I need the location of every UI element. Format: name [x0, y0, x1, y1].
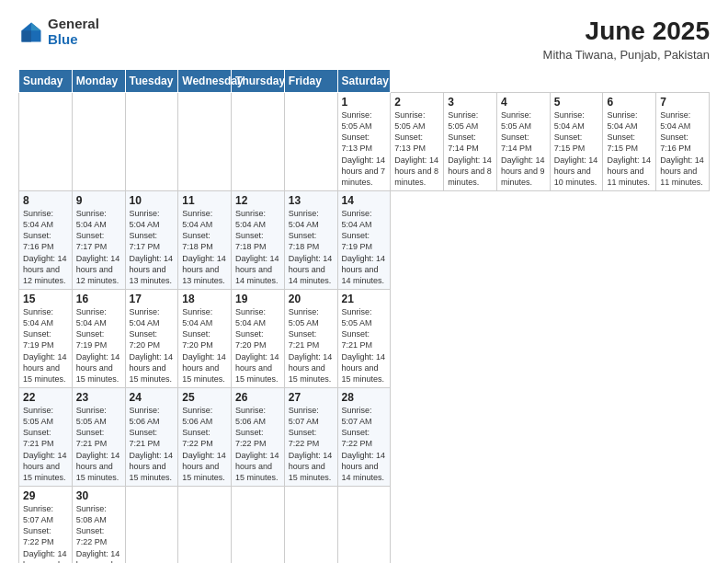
table-row: 23 Sunrise: 5:05 AMSunset: 7:21 PMDaylig… — [72, 387, 125, 486]
calendar-week-row: 8 Sunrise: 5:04 AMSunset: 7:16 PMDayligh… — [19, 190, 710, 289]
day-number: 20 — [289, 293, 334, 305]
location: Mitha Tiwana, Punjab, Pakistan — [543, 48, 710, 62]
table-row — [232, 93, 285, 191]
table-row: 3 Sunrise: 5:05 AMSunset: 7:14 PMDayligh… — [444, 93, 497, 191]
table-row: 21 Sunrise: 5:05 AMSunset: 7:21 PMDaylig… — [337, 289, 391, 387]
col-monday: Monday — [72, 70, 125, 93]
day-number: 11 — [182, 194, 227, 207]
day-number: 17 — [130, 293, 175, 305]
table-row: 26 Sunrise: 5:06 AMSunset: 7:22 PMDaylig… — [232, 387, 285, 486]
table-row — [284, 93, 337, 191]
table-row: 30 Sunrise: 5:08 AMSunset: 7:22 PMDaylig… — [72, 486, 125, 563]
table-row: 18 Sunrise: 5:04 AMSunset: 7:20 PMDaylig… — [178, 289, 232, 387]
table-row: 17 Sunrise: 5:04 AMSunset: 7:20 PMDaylig… — [125, 289, 178, 387]
table-row — [19, 93, 73, 191]
col-wednesday: Wednesday — [178, 70, 232, 93]
table-row: 11 Sunrise: 5:04 AMSunset: 7:18 PMDaylig… — [178, 190, 232, 289]
day-info: Sunrise: 5:05 AMSunset: 7:13 PMDaylight:… — [394, 110, 438, 187]
day-info: Sunrise: 5:04 AMSunset: 7:18 PMDaylight:… — [182, 209, 226, 285]
logo-blue-text: Blue — [48, 32, 99, 48]
header: General Blue June 2025 Mitha Tiwana, Pun… — [18, 17, 710, 62]
table-row — [125, 486, 178, 563]
col-saturday: Saturday — [337, 70, 391, 93]
table-row: 22 Sunrise: 5:05 AMSunset: 7:21 PMDaylig… — [19, 387, 73, 486]
table-row: 8 Sunrise: 5:04 AMSunset: 7:16 PMDayligh… — [19, 190, 73, 289]
calendar-week-row: 1 Sunrise: 5:05 AMSunset: 7:13 PMDayligh… — [19, 93, 710, 191]
day-number: 3 — [448, 96, 493, 109]
day-info: Sunrise: 5:04 AMSunset: 7:16 PMDaylight:… — [23, 209, 67, 285]
day-number: 4 — [501, 96, 546, 109]
table-row — [232, 486, 285, 563]
table-row — [284, 486, 337, 563]
day-info: Sunrise: 5:06 AMSunset: 7:22 PMDaylight:… — [235, 406, 279, 482]
day-number: 2 — [394, 96, 439, 109]
day-info: Sunrise: 5:04 AMSunset: 7:20 PMDaylight:… — [182, 307, 226, 384]
col-tuesday: Tuesday — [125, 70, 178, 93]
day-info: Sunrise: 5:04 AMSunset: 7:17 PMDaylight:… — [130, 209, 174, 285]
day-info: Sunrise: 5:05 AMSunset: 7:13 PMDaylight:… — [342, 110, 386, 187]
day-info: Sunrise: 5:07 AMSunset: 7:22 PMDaylight:… — [23, 504, 67, 563]
table-row — [178, 486, 232, 563]
day-number: 29 — [23, 489, 68, 502]
day-number: 14 — [342, 194, 387, 207]
table-row: 10 Sunrise: 5:04 AMSunset: 7:17 PMDaylig… — [125, 190, 178, 289]
day-number: 22 — [23, 391, 68, 404]
day-info: Sunrise: 5:07 AMSunset: 7:22 PMDaylight:… — [342, 406, 386, 482]
day-number: 28 — [342, 391, 387, 404]
day-info: Sunrise: 5:05 AMSunset: 7:21 PMDaylight:… — [289, 307, 333, 384]
table-row: 2 Sunrise: 5:05 AMSunset: 7:13 PMDayligh… — [391, 93, 444, 191]
table-row: 19 Sunrise: 5:04 AMSunset: 7:20 PMDaylig… — [232, 289, 285, 387]
table-row: 9 Sunrise: 5:04 AMSunset: 7:17 PMDayligh… — [72, 190, 125, 289]
day-number: 10 — [130, 194, 175, 207]
calendar-week-row: 29 Sunrise: 5:07 AMSunset: 7:22 PMDaylig… — [19, 486, 710, 563]
table-row — [178, 93, 232, 191]
day-info: Sunrise: 5:04 AMSunset: 7:15 PMDaylight:… — [554, 110, 598, 187]
day-number: 26 — [235, 391, 280, 404]
page: General Blue June 2025 Mitha Tiwana, Pun… — [0, 0, 728, 563]
table-row — [72, 93, 125, 191]
day-number: 12 — [235, 194, 280, 207]
table-row: 13 Sunrise: 5:04 AMSunset: 7:18 PMDaylig… — [284, 190, 337, 289]
day-info: Sunrise: 5:06 AMSunset: 7:21 PMDaylight:… — [130, 406, 174, 482]
svg-marker-1 — [31, 22, 41, 30]
day-number: 6 — [607, 96, 652, 109]
table-row: 25 Sunrise: 5:06 AMSunset: 7:22 PMDaylig… — [178, 387, 232, 486]
day-number: 15 — [23, 293, 68, 305]
table-row — [125, 93, 178, 191]
day-number: 23 — [76, 391, 121, 404]
day-number: 30 — [76, 489, 121, 502]
day-number: 5 — [554, 96, 599, 109]
table-row: 15 Sunrise: 5:04 AMSunset: 7:19 PMDaylig… — [19, 289, 73, 387]
day-info: Sunrise: 5:04 AMSunset: 7:18 PMDaylight:… — [289, 209, 333, 285]
calendar-week-row: 15 Sunrise: 5:04 AMSunset: 7:19 PMDaylig… — [19, 289, 710, 387]
day-info: Sunrise: 5:04 AMSunset: 7:20 PMDaylight:… — [235, 307, 279, 384]
day-info: Sunrise: 5:04 AMSunset: 7:17 PMDaylight:… — [76, 209, 120, 285]
table-row: 4 Sunrise: 5:05 AMSunset: 7:14 PMDayligh… — [496, 93, 550, 191]
table-row: 29 Sunrise: 5:07 AMSunset: 7:22 PMDaylig… — [19, 486, 73, 563]
col-friday: Friday — [284, 70, 337, 93]
table-row: 28 Sunrise: 5:07 AMSunset: 7:22 PMDaylig… — [337, 387, 391, 486]
day-info: Sunrise: 5:05 AMSunset: 7:14 PMDaylight:… — [448, 110, 492, 187]
logo-general-text: General — [48, 17, 99, 32]
day-number: 21 — [342, 293, 387, 305]
day-number: 18 — [182, 293, 227, 305]
calendar-header-row: Sunday Monday Tuesday Wednesday Thursday… — [19, 70, 710, 93]
day-info: Sunrise: 5:04 AMSunset: 7:19 PMDaylight:… — [76, 307, 120, 384]
logo-text: General Blue — [48, 17, 99, 47]
day-info: Sunrise: 5:05 AMSunset: 7:21 PMDaylight:… — [76, 406, 120, 482]
day-info: Sunrise: 5:06 AMSunset: 7:22 PMDaylight:… — [182, 406, 226, 482]
table-row: 12 Sunrise: 5:04 AMSunset: 7:18 PMDaylig… — [232, 190, 285, 289]
day-info: Sunrise: 5:04 AMSunset: 7:19 PMDaylight:… — [342, 209, 386, 285]
svg-marker-2 — [22, 30, 32, 41]
day-info: Sunrise: 5:04 AMSunset: 7:18 PMDaylight:… — [235, 209, 279, 285]
day-number: 25 — [182, 391, 227, 404]
table-row: 16 Sunrise: 5:04 AMSunset: 7:19 PMDaylig… — [72, 289, 125, 387]
col-sunday: Sunday — [19, 70, 73, 93]
calendar-week-row: 22 Sunrise: 5:05 AMSunset: 7:21 PMDaylig… — [19, 387, 710, 486]
day-info: Sunrise: 5:04 AMSunset: 7:20 PMDaylight:… — [130, 307, 174, 384]
day-number: 27 — [289, 391, 334, 404]
day-info: Sunrise: 5:05 AMSunset: 7:21 PMDaylight:… — [342, 307, 386, 384]
day-info: Sunrise: 5:05 AMSunset: 7:14 PMDaylight:… — [501, 110, 545, 187]
table-row: 1 Sunrise: 5:05 AMSunset: 7:13 PMDayligh… — [337, 93, 391, 191]
day-number: 16 — [76, 293, 121, 305]
